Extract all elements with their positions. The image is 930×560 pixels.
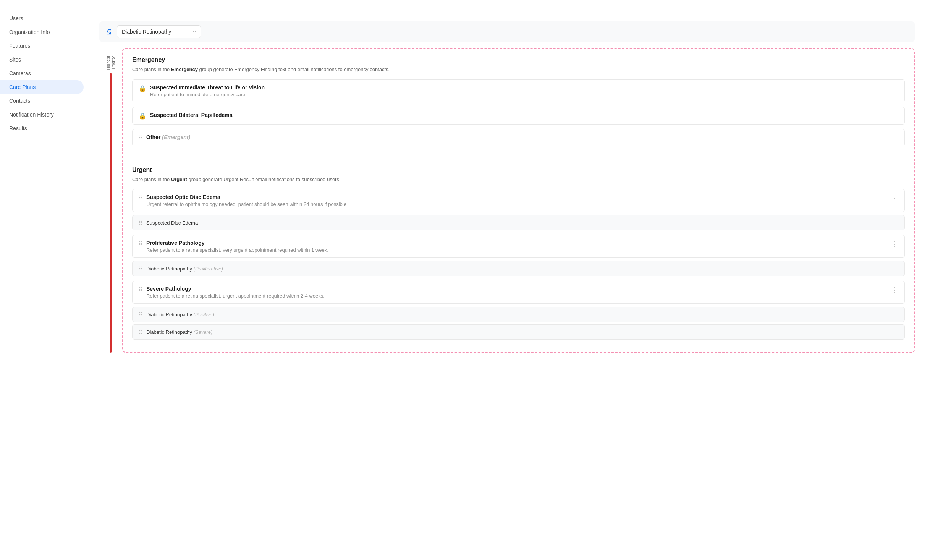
priority-label-area: HighestPriority <box>99 48 122 353</box>
finding-item-cp4-0: ⠿Suspected Disc Edema <box>132 215 905 230</box>
care-plan-desc-cp6: Refer patient to a retina specialist, ur… <box>146 293 888 299</box>
care-plan-item-cp5: ⠿Proliferative PathologyRefer patient to… <box>132 235 905 258</box>
drag-icon[interactable]: ⠿ <box>139 195 142 201</box>
care-plan-content-cp3: Other (Emergent) <box>146 134 898 141</box>
print-icon[interactable]: 🖨 <box>105 28 112 36</box>
sidebar-item-contacts[interactable]: Contacts <box>0 94 84 108</box>
drag-icon[interactable]: ⠿ <box>139 241 142 247</box>
care-plan-group-cp3: ⠿Other (Emergent) <box>132 129 905 146</box>
content-area: HighestPriority EmergencyCare plans in t… <box>99 48 915 353</box>
finding-text-cp6-0: Diabetic Retinopathy (Positive) <box>146 312 214 317</box>
care-plan-title-cp1: Suspected Immediate Threat to Life or Vi… <box>150 84 898 91</box>
section-title-emergency: Emergency <box>132 57 905 63</box>
save-changes-button[interactable] <box>890 29 898 34</box>
care-plan-content-cp2: Suspected Bilateral Papilledema <box>150 112 898 119</box>
care-plan-content-cp5: Proliferative PathologyRefer patient to … <box>146 240 888 253</box>
sidebar-item-notification-history[interactable]: Notification History <box>0 108 84 121</box>
care-plan-group-cp1: 🔒Suspected Immediate Threat to Life or V… <box>132 79 905 102</box>
finding-item-cp5-0: ⠿Diabetic Retinopathy (Proliferative) <box>132 261 905 276</box>
care-plan-title-cp2: Suspected Bilateral Papilledema <box>150 112 898 118</box>
care-plan-title-cp4: Suspected Optic Disc Edema <box>146 194 888 200</box>
main-content: 🖨 Diabetic RetinopathyGlaucomaAMD Highes… <box>84 0 930 560</box>
finding-text-cp4-0: Suspected Disc Edema <box>146 220 198 226</box>
care-plan-group-cp6: ⠿Severe PathologyRefer patient to a reti… <box>132 281 905 340</box>
care-plan-item-header-cp6: ⠿Severe PathologyRefer patient to a reti… <box>139 286 898 299</box>
drag-icon[interactable]: ⠿ <box>139 135 142 141</box>
care-plan-item-cp4: ⠿Suspected Optic Disc EdemaUrgent referr… <box>132 189 905 212</box>
care-plan-actions-cp5[interactable]: ⋮ <box>891 240 898 248</box>
sidebar-item-features[interactable]: Features <box>0 39 84 53</box>
care-plan-content-cp4: Suspected Optic Disc EdemaUrgent referra… <box>146 194 888 207</box>
care-plan-title-cp5: Proliferative Pathology <box>146 240 888 246</box>
care-plan-item-header-cp5: ⠿Proliferative PathologyRefer patient to… <box>139 240 898 253</box>
sidebar-item-results[interactable]: Results <box>0 121 84 135</box>
sidebar-item-organization-info[interactable]: Organization Info <box>0 25 84 39</box>
care-plan-content-cp6: Severe PathologyRefer patient to a retin… <box>146 286 888 299</box>
priority-bar <box>110 73 112 353</box>
drag-icon[interactable]: ⠿ <box>139 220 142 226</box>
section-urgent: UrgentCare plans in the Urgent group gen… <box>123 159 914 352</box>
care-plan-item-header-cp2: 🔒Suspected Bilateral Papilledema <box>139 112 898 120</box>
care-plan-actions-cp4[interactable]: ⋮ <box>891 194 898 202</box>
care-plan-group-cp5: ⠿Proliferative PathologyRefer patient to… <box>132 235 905 276</box>
lock-icon: 🔒 <box>139 85 146 92</box>
care-plans-container: EmergencyCare plans in the Emergency gro… <box>122 48 915 353</box>
sidebar: UsersOrganization InfoFeaturesSitesCamer… <box>0 0 84 560</box>
finding-item-cp6-0: ⠿Diabetic Retinopathy (Positive) <box>132 307 905 322</box>
care-plan-content-cp1: Suspected Immediate Threat to Life or Vi… <box>150 84 898 97</box>
care-plan-item-cp3: ⠿Other (Emergent) <box>132 129 905 146</box>
care-plan-desc-cp1: Refer patient to immediate emergency car… <box>150 92 898 97</box>
care-plan-item-cp1: 🔒Suspected Immediate Threat to Life or V… <box>132 79 905 102</box>
sidebar-item-users[interactable]: Users <box>0 11 84 25</box>
care-plan-item-header-cp1: 🔒Suspected Immediate Threat to Life or V… <box>139 84 898 97</box>
section-emergency: EmergencyCare plans in the Emergency gro… <box>123 49 914 159</box>
toolbar: 🖨 Diabetic RetinopathyGlaucomaAMD <box>99 21 915 42</box>
drag-icon[interactable]: ⠿ <box>139 286 142 293</box>
care-plan-desc-cp5: Refer patient to a retina specialist, ve… <box>146 247 888 253</box>
finding-item-cp6-1: ⠿Diabetic Retinopathy (Severe) <box>132 324 905 340</box>
care-plan-title-cp3: Other (Emergent) <box>146 134 898 140</box>
care-plan-desc-cp4: Urgent referral to ophthalmology needed,… <box>146 201 888 207</box>
section-desc-emergency: Care plans in the Emergency group genera… <box>132 66 905 73</box>
priority-label: HighestPriority <box>106 56 116 70</box>
app-container: UsersOrganization InfoFeaturesSitesCamer… <box>0 0 930 560</box>
new-care-plan-button[interactable] <box>876 29 886 34</box>
care-plan-item-cp2: 🔒Suspected Bilateral Papilledema <box>132 107 905 125</box>
finding-text-cp5-0: Diabetic Retinopathy (Proliferative) <box>146 266 223 272</box>
drag-icon[interactable]: ⠿ <box>139 329 142 335</box>
more-options-button[interactable] <box>903 30 909 33</box>
care-plan-selector[interactable]: Diabetic RetinopathyGlaucomaAMD <box>117 25 201 38</box>
sidebar-item-sites[interactable]: Sites <box>0 53 84 66</box>
sidebar-item-cameras[interactable]: Cameras <box>0 66 84 80</box>
finding-text-cp6-1: Diabetic Retinopathy (Severe) <box>146 329 212 335</box>
care-plan-item-header-cp4: ⠿Suspected Optic Disc EdemaUrgent referr… <box>139 194 898 207</box>
drag-icon[interactable]: ⠿ <box>139 266 142 272</box>
care-plan-group-cp4: ⠿Suspected Optic Disc EdemaUrgent referr… <box>132 189 905 230</box>
care-plan-group-cp2: 🔒Suspected Bilateral Papilledema <box>132 107 905 125</box>
care-plan-title-cp6: Severe Pathology <box>146 286 888 292</box>
section-desc-urgent: Care plans in the Urgent group generate … <box>132 176 905 183</box>
drag-icon[interactable]: ⠿ <box>139 312 142 318</box>
care-plan-actions-cp6[interactable]: ⋮ <box>891 286 898 294</box>
sidebar-item-care-plans[interactable]: Care Plans <box>0 80 84 94</box>
lock-icon: 🔒 <box>139 112 146 120</box>
section-title-urgent: Urgent <box>132 167 905 173</box>
care-plan-item-header-cp3: ⠿Other (Emergent) <box>139 134 898 141</box>
care-plan-item-cp6: ⠿Severe PathologyRefer patient to a reti… <box>132 281 905 304</box>
